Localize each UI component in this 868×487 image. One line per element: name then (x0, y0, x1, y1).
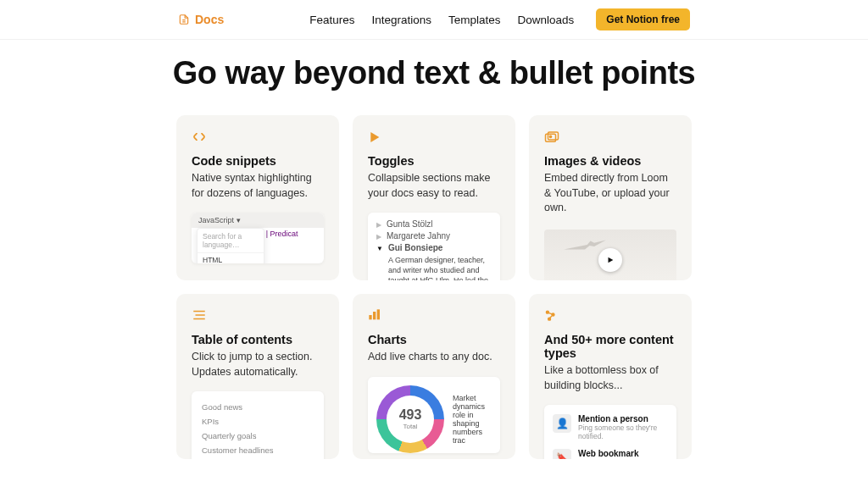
top-nav: Docs Features Integrations Templates Dow… (0, 0, 868, 40)
person-icon: 👤 (553, 414, 571, 433)
language-option[interactable]: HTML (198, 253, 264, 263)
nav-link-downloads[interactable]: Downloads (518, 14, 575, 26)
donut-chart: 493Total (376, 385, 444, 453)
nav-link-templates[interactable]: Templates (448, 14, 501, 26)
bookmark-icon: 🔖 (553, 449, 571, 459)
toggle-row-expanded[interactable]: ▼Gui Bonsiepe (376, 243, 492, 252)
brand-docs[interactable]: Docs (178, 13, 224, 26)
card-title: Code snippets (192, 154, 324, 168)
play-icon (606, 256, 615, 264)
card-title: And 50+ more content types (544, 333, 676, 360)
video-preview[interactable] (544, 230, 676, 281)
toc-item[interactable]: KPIs (202, 414, 314, 429)
card-code-snippets: Code snippets Native syntax highlighting… (176, 115, 339, 280)
chart-value: 493 (399, 407, 422, 423)
card-title: Toggles (368, 154, 500, 168)
card-desc: Like a bottomless box of building blocks… (544, 363, 676, 393)
svg-rect-5 (377, 309, 380, 319)
card-title: Table of contents (192, 333, 324, 346)
card-toggles: Toggles Collapsible sections make your d… (353, 115, 515, 280)
toc-item[interactable]: Conclusion (202, 457, 314, 459)
code-icon (192, 130, 324, 146)
blocks-icon (544, 309, 676, 324)
nav-links: Features Integrations Templates Download… (309, 8, 868, 30)
nav-link-integrations[interactable]: Integrations (371, 14, 431, 26)
card-charts: Charts Add live charts to any doc. 493To… (353, 294, 515, 459)
airplane-graphic (559, 236, 610, 255)
card-desc: Click to jump to a section. Updates auto… (192, 350, 324, 379)
language-menu: Search for a language… HTML Idris Java J… (197, 228, 264, 263)
chart-preview: 493Total Market dynamics role in shaping… (368, 377, 500, 453)
code-lang-selector[interactable]: JavaScript ▾ (192, 213, 324, 228)
play-icon (368, 130, 500, 146)
card-desc: Embed directly from Loom & YouTube, or u… (544, 171, 676, 216)
card-toc: Table of contents Click to jump to a sec… (176, 294, 339, 459)
content-type-list: 👤 Mention a personPing someone so they'r… (544, 405, 676, 459)
svg-rect-3 (369, 315, 371, 319)
chevron-right-icon: ▶ (376, 233, 381, 241)
code-preview: JavaScript ▾ <Filter | Predicat | 'or' e… (192, 213, 324, 263)
toc-list: Good news KPIs Quarterly goals Customer … (192, 391, 324, 459)
language-search[interactable]: Search for a language… (198, 229, 264, 253)
card-desc: Add live charts to any doc. (368, 350, 500, 365)
get-notion-button[interactable]: Get Notion free (596, 8, 690, 30)
nav-link-features[interactable]: Features (309, 14, 354, 26)
toggle-content: A German designer, teacher, and writer w… (376, 255, 492, 280)
hero-heading: Go way beyond text & bullet points (0, 55, 868, 91)
toggle-list: ▶Gunta Stölzl ▶Margarete Jahny ▼Gui Bons… (368, 213, 500, 280)
chart-value-label: Total (403, 423, 418, 430)
feature-grid: Code snippets Native syntax highlighting… (0, 115, 868, 487)
toc-item[interactable]: Quarterly goals (202, 429, 314, 443)
card-desc: Collapsible sections make your docs easy… (368, 171, 500, 201)
toggle-row[interactable]: ▶Margarete Jahny (376, 231, 492, 241)
card-more-types: And 50+ more content types Like a bottom… (529, 294, 692, 459)
toc-item[interactable]: Customer headlines (202, 443, 314, 457)
card-title: Images & videos (544, 154, 676, 168)
svg-rect-4 (373, 312, 376, 319)
brand-label: Docs (195, 13, 224, 26)
toggle-row[interactable]: ▶Gunta Stölzl (376, 219, 492, 229)
svg-point-2 (549, 136, 551, 137)
content-type-item[interactable]: 🔖 Web bookmarkSave a link as a visual bo… (546, 445, 675, 459)
chevron-down-icon: ▼ (376, 245, 383, 252)
content-type-item[interactable]: 👤 Mention a personPing someone so they'r… (546, 410, 675, 445)
doc-icon (178, 14, 190, 25)
list-icon (192, 309, 324, 324)
bar-chart-icon (368, 309, 500, 324)
image-icon (544, 130, 676, 146)
chevron-right-icon: ▶ (376, 221, 381, 229)
chart-caption: Market dynamics role in shaping numbers … (453, 394, 497, 445)
toc-item[interactable]: Good news (202, 400, 314, 414)
card-media: Images & videos Embed directly from Loom… (529, 115, 692, 280)
card-desc: Native syntax highlighting for dozens of… (192, 171, 324, 201)
card-title: Charts (368, 333, 500, 346)
